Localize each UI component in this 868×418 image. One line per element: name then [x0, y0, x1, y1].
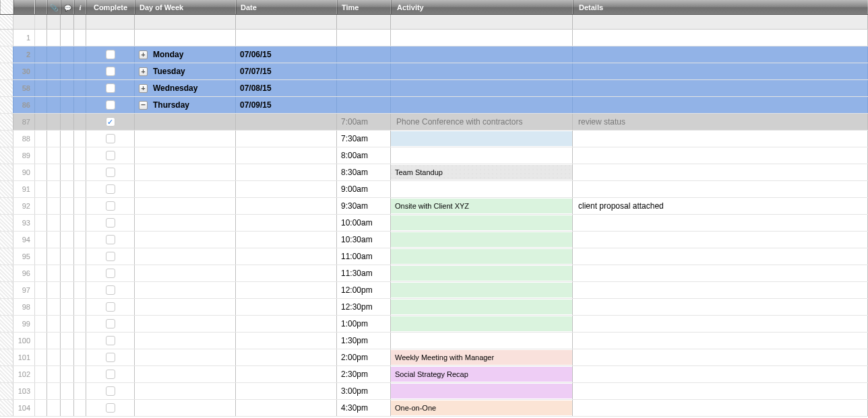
complete-checkbox[interactable]: [106, 336, 115, 345]
complete-checkbox[interactable]: [106, 285, 115, 295]
cell-activity[interactable]: One-on-One: [391, 400, 573, 416]
cell-info[interactable]: [74, 97, 86, 113]
cell-day[interactable]: [135, 164, 236, 180]
cell-attachment[interactable]: [47, 265, 61, 281]
cell-comment[interactable]: [61, 299, 74, 315]
filter-time[interactable]: [337, 15, 391, 29]
cell-info[interactable]: [74, 349, 86, 365]
cell-date[interactable]: [236, 232, 337, 248]
cell-details[interactable]: [573, 80, 868, 96]
cell-details[interactable]: [573, 215, 868, 231]
cell-blank[interactable]: [35, 63, 47, 79]
row-handle[interactable]: [0, 30, 13, 46]
cell-attachment[interactable]: [47, 114, 61, 130]
cell-complete[interactable]: [86, 46, 135, 63]
cell-activity[interactable]: [391, 248, 573, 265]
cell-date[interactable]: [236, 366, 337, 382]
cell-attachment[interactable]: [47, 400, 61, 416]
cell-time[interactable]: 7:00am: [337, 114, 391, 130]
filter-rownum[interactable]: [13, 15, 35, 29]
cell-blank[interactable]: [35, 114, 47, 130]
complete-checkbox[interactable]: [106, 100, 115, 110]
cell-blank[interactable]: [35, 181, 47, 197]
cell-date[interactable]: [236, 198, 337, 214]
row-handle[interactable]: [0, 316, 13, 332]
cell-comment[interactable]: [61, 63, 74, 79]
row-handle[interactable]: [0, 265, 13, 281]
table-row[interactable]: 919:00am: [0, 181, 868, 198]
cell-date[interactable]: [236, 383, 337, 399]
cell-attachment[interactable]: [47, 333, 61, 349]
cell-attachment[interactable]: [47, 198, 61, 214]
cell-activity[interactable]: [391, 46, 573, 63]
filter-activity[interactable]: [391, 15, 573, 29]
cell-comment[interactable]: [61, 265, 74, 281]
cell-activity[interactable]: Team Standup: [391, 164, 573, 180]
cell-attachment[interactable]: [47, 181, 61, 197]
cell-info[interactable]: [74, 366, 86, 382]
cell-comment[interactable]: [61, 30, 74, 46]
table-row[interactable]: 2+Monday07/06/15: [0, 46, 868, 63]
cell-activity[interactable]: [391, 282, 573, 298]
row-handle[interactable]: [0, 366, 13, 382]
cell-time[interactable]: 9:30am: [337, 198, 391, 214]
activity-block[interactable]: Onsite with Client XYZ: [391, 199, 572, 213]
cell-day[interactable]: [135, 349, 236, 365]
complete-checkbox[interactable]: [106, 134, 115, 143]
row-handle[interactable]: [0, 97, 13, 113]
cell-date[interactable]: [236, 248, 337, 265]
cell-info[interactable]: [74, 198, 86, 214]
activity-block[interactable]: [391, 266, 572, 281]
cell-blank[interactable]: [35, 147, 47, 164]
activity-block[interactable]: Social Strategy Recap: [391, 367, 572, 382]
cell-complete[interactable]: [86, 366, 135, 382]
cell-day[interactable]: [135, 383, 236, 399]
table-row[interactable]: 9511:00am: [0, 248, 868, 265]
row-handle[interactable]: [0, 333, 13, 349]
cell-details[interactable]: [573, 383, 868, 399]
cell-attachment[interactable]: [47, 131, 61, 147]
activity-block[interactable]: Team Standup: [391, 165, 572, 180]
cell-date[interactable]: [236, 316, 337, 332]
cell-day[interactable]: +Monday: [135, 46, 236, 63]
table-row[interactable]: 991:00pm: [0, 316, 868, 333]
table-row[interactable]: 9611:30am: [0, 265, 868, 282]
table-row[interactable]: 1044:30pmOne-on-One: [0, 400, 868, 417]
cell-blank[interactable]: [35, 299, 47, 315]
cell-day[interactable]: [135, 147, 236, 164]
cell-complete[interactable]: [86, 265, 135, 281]
cell-comment[interactable]: [61, 248, 74, 265]
cell-activity[interactable]: [391, 181, 573, 197]
cell-attachment[interactable]: [47, 164, 61, 180]
table-row[interactable]: 1: [0, 30, 868, 46]
cell-activity[interactable]: [391, 316, 573, 332]
cell-info[interactable]: [74, 80, 86, 96]
cell-complete[interactable]: [86, 383, 135, 399]
cell-info[interactable]: [74, 383, 86, 399]
cell-comment[interactable]: [61, 46, 74, 63]
row-handle[interactable]: [0, 80, 13, 96]
cell-attachment[interactable]: [47, 97, 61, 113]
table-row[interactable]: 9410:30am: [0, 232, 868, 248]
cell-blank[interactable]: [35, 265, 47, 281]
cell-time[interactable]: 7:30am: [337, 131, 391, 147]
cell-info[interactable]: [74, 30, 86, 46]
table-row[interactable]: 1033:00pm: [0, 383, 868, 400]
complete-checkbox[interactable]: [106, 184, 115, 194]
activity-block[interactable]: [391, 232, 572, 247]
cell-complete[interactable]: [86, 282, 135, 298]
complete-checkbox[interactable]: [106, 319, 115, 328]
table-row[interactable]: 898:00am: [0, 147, 868, 164]
cell-day[interactable]: +Wednesday: [135, 80, 236, 96]
filter-info[interactable]: [74, 15, 86, 29]
cell-details[interactable]: [573, 316, 868, 332]
cell-activity[interactable]: Social Strategy Recap: [391, 366, 573, 382]
header-date[interactable]: Date: [236, 0, 337, 14]
table-row[interactable]: 1022:30pmSocial Strategy Recap: [0, 366, 868, 383]
complete-checkbox[interactable]: [106, 218, 115, 228]
complete-checkbox[interactable]: [106, 151, 115, 160]
cell-details[interactable]: [573, 63, 868, 79]
cell-blank[interactable]: [35, 215, 47, 231]
cell-blank[interactable]: [35, 131, 47, 147]
complete-checkbox[interactable]: [106, 386, 115, 396]
